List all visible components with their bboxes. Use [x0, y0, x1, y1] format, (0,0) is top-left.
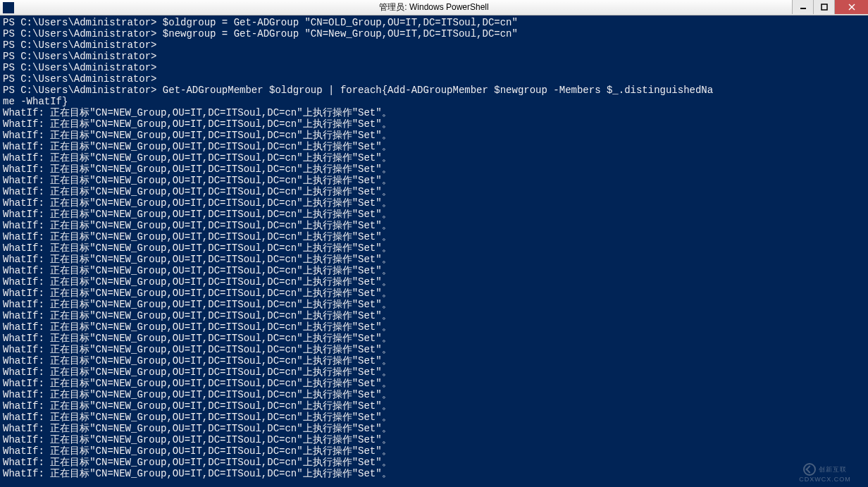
whatif-line: WhatIf: 正在目标"CN=NEW_Group,OU=IT,DC=ITSou…	[3, 107, 865, 118]
minimize-icon	[800, 4, 807, 11]
terminal-output[interactable]: PS C:\Users\Administrator> $oldgroup = G…	[0, 16, 868, 481]
whatif-line: WhatIf: 正在目标"CN=NEW_Group,OU=IT,DC=ITSou…	[3, 412, 865, 423]
terminal-line: PS C:\Users\Administrator>	[3, 39, 865, 51]
whatif-line: WhatIf: 正在目标"CN=NEW_Group,OU=IT,DC=ITSou…	[3, 197, 865, 209]
terminal-line: PS C:\Users\Administrator> Get-ADGroupMe…	[3, 85, 865, 96]
whatif-line: WhatIf: 正在目标"CN=NEW_Group,OU=IT,DC=ITSou…	[3, 310, 865, 321]
whatif-line: WhatIf: 正在目标"CN=NEW_Group,OU=IT,DC=ITSou…	[3, 186, 865, 197]
whatif-line: WhatIf: 正在目标"CN=NEW_Group,OU=IT,DC=ITSou…	[3, 130, 865, 141]
whatif-line: WhatIf: 正在目标"CN=NEW_Group,OU=IT,DC=ITSou…	[3, 468, 865, 479]
whatif-line: WhatIf: 正在目标"CN=NEW_Group,OU=IT,DC=ITSou…	[3, 220, 865, 231]
close-button[interactable]	[834, 0, 868, 14]
titlebar: 管理员: Windows PowerShell	[0, 0, 868, 16]
whatif-line: WhatIf: 正在目标"CN=NEW_Group,OU=IT,DC=ITSou…	[3, 265, 865, 276]
window-controls	[792, 0, 868, 14]
whatif-line: WhatIf: 正在目标"CN=NEW_Group,OU=IT,DC=ITSou…	[3, 141, 865, 152]
whatif-line: WhatIf: 正在目标"CN=NEW_Group,OU=IT,DC=ITSou…	[3, 355, 865, 366]
window-title: 管理员: Windows PowerShell	[379, 1, 488, 13]
terminal-line: me -WhatIf}	[3, 96, 865, 107]
svg-rect-1	[822, 4, 827, 10]
whatif-line: WhatIf: 正在目标"CN=NEW_Group,OU=IT,DC=ITSou…	[3, 276, 865, 288]
whatif-line: WhatIf: 正在目标"CN=NEW_Group,OU=IT,DC=ITSou…	[3, 457, 865, 468]
whatif-line: WhatIf: 正在目标"CN=NEW_Group,OU=IT,DC=ITSou…	[3, 288, 865, 299]
whatif-line: WhatIf: 正在目标"CN=NEW_Group,OU=IT,DC=ITSou…	[3, 400, 865, 412]
whatif-line: WhatIf: 正在目标"CN=NEW_Group,OU=IT,DC=ITSou…	[3, 389, 865, 400]
whatif-line: WhatIf: 正在目标"CN=NEW_Group,OU=IT,DC=ITSou…	[3, 209, 865, 220]
minimize-button[interactable]	[792, 0, 813, 14]
powershell-icon	[3, 2, 14, 13]
whatif-line: WhatIf: 正在目标"CN=NEW_Group,OU=IT,DC=ITSou…	[3, 321, 865, 333]
maximize-icon	[821, 4, 828, 11]
whatif-line: WhatIf: 正在目标"CN=NEW_Group,OU=IT,DC=ITSou…	[3, 423, 865, 434]
whatif-line: WhatIf: 正在目标"CN=NEW_Group,OU=IT,DC=ITSou…	[3, 445, 865, 457]
terminal-line: PS C:\Users\Administrator>	[3, 51, 865, 62]
terminal-line: PS C:\Users\Administrator> $newgroup = G…	[3, 28, 865, 39]
terminal-line: PS C:\Users\Administrator> $oldgroup = G…	[3, 17, 865, 28]
whatif-line: WhatIf: 正在目标"CN=NEW_Group,OU=IT,DC=ITSou…	[3, 118, 865, 130]
whatif-line: WhatIf: 正在目标"CN=NEW_Group,OU=IT,DC=ITSou…	[3, 333, 865, 344]
whatif-line: WhatIf: 正在目标"CN=NEW_Group,OU=IT,DC=ITSou…	[3, 434, 865, 445]
whatif-line: WhatIf: 正在目标"CN=NEW_Group,OU=IT,DC=ITSou…	[3, 231, 865, 242]
whatif-line: WhatIf: 正在目标"CN=NEW_Group,OU=IT,DC=ITSou…	[3, 378, 865, 389]
whatif-line: WhatIf: 正在目标"CN=NEW_Group,OU=IT,DC=ITSou…	[3, 344, 865, 355]
whatif-line: WhatIf: 正在目标"CN=NEW_Group,OU=IT,DC=ITSou…	[3, 254, 865, 265]
whatif-line: WhatIf: 正在目标"CN=NEW_Group,OU=IT,DC=ITSou…	[3, 242, 865, 254]
whatif-line: WhatIf: 正在目标"CN=NEW_Group,OU=IT,DC=ITSou…	[3, 299, 865, 310]
maximize-button[interactable]	[813, 0, 834, 14]
terminal-line: PS C:\Users\Administrator>	[3, 73, 865, 85]
whatif-line: WhatIf: 正在目标"CN=NEW_Group,OU=IT,DC=ITSou…	[3, 164, 865, 175]
terminal-line: PS C:\Users\Administrator>	[3, 62, 865, 73]
whatif-line: WhatIf: 正在目标"CN=NEW_Group,OU=IT,DC=ITSou…	[3, 366, 865, 378]
whatif-line: WhatIf: 正在目标"CN=NEW_Group,OU=IT,DC=ITSou…	[3, 175, 865, 186]
close-icon	[848, 4, 855, 11]
whatif-line: WhatIf: 正在目标"CN=NEW_Group,OU=IT,DC=ITSou…	[3, 152, 865, 164]
